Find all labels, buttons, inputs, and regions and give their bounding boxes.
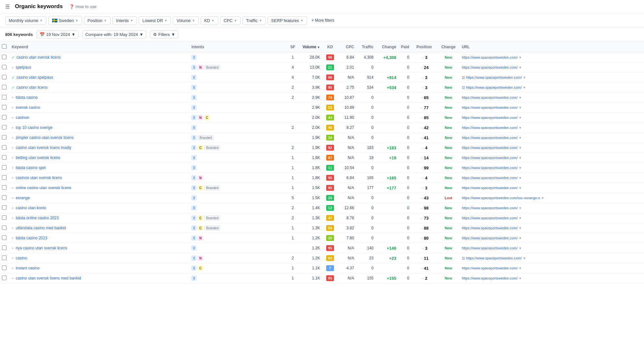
keyword-link[interactable]: casinon utan svensk licens [16, 176, 62, 180]
keyword-link[interactable]: betting utan svensk licens [16, 155, 60, 160]
row-checkbox[interactable] [2, 155, 6, 160]
keyword-header[interactable]: Keyword [10, 41, 189, 52]
traffic-filter[interactable]: Traffic ▼ [243, 16, 266, 25]
url-link[interactable]: https://www.spaceportsweden.com/ [462, 236, 518, 240]
volume-filter[interactable]: Volume ▼ [173, 16, 198, 25]
more-filters[interactable]: + More filters [309, 17, 337, 24]
url-link[interactable]: https://www.spaceportsweden.com/ [466, 75, 522, 79]
url-link[interactable]: https://www.spaceportsweden.com/ [462, 206, 518, 210]
date-button[interactable]: 📅 19 Nov 2024 ▼ [37, 30, 78, 39]
keyword-link[interactable]: spelpaus [16, 65, 31, 70]
row-checkbox[interactable] [2, 245, 6, 250]
country-filter[interactable]: 🇸🇪 Sweden ▼ [48, 16, 82, 25]
url-link[interactable]: https://www.spaceportsweden.com/ [466, 256, 522, 260]
url-link[interactable]: https://www.spaceportsweden.com/ [462, 216, 518, 220]
select-all-checkbox[interactable] [2, 44, 6, 49]
row-checkbox[interactable] [2, 256, 6, 260]
row-checkbox[interactable] [2, 75, 6, 79]
keyword-link[interactable]: instant casino [16, 266, 39, 270]
row-checkbox[interactable] [2, 145, 6, 150]
row-checkbox[interactable] [2, 55, 6, 59]
row-checkbox[interactable] [2, 225, 6, 230]
monthly-volume-filter[interactable]: Monthly volume ▼ [5, 16, 46, 25]
url-link[interactable]: https://www.spaceportsweden.com/ [462, 246, 518, 250]
row-checkbox[interactable] [2, 205, 6, 210]
sf-cell: 2 [286, 83, 299, 93]
row-checkbox[interactable] [2, 195, 6, 200]
kd-filter[interactable]: KD ▼ [201, 16, 218, 25]
keyword-link[interactable]: utländska casino med bankid [16, 226, 66, 230]
row-checkbox[interactable] [2, 105, 6, 109]
url-link[interactable]: https://www.spaceportsweden.com/ [462, 156, 518, 160]
url-link[interactable]: https://www.spaceportsweden.com/ [462, 126, 518, 130]
keyword-link[interactable]: zimpler casino utan svensk licens [16, 135, 73, 140]
keyword-link[interactable]: casino utan svensk licens med bankid [16, 276, 81, 280]
keyword-link[interactable]: bästa casino 2023 [16, 236, 47, 240]
change-cell: +140 [376, 243, 398, 253]
serp-features-filter[interactable]: SERP features ▼ [268, 16, 307, 25]
row-checkbox[interactable] [2, 65, 6, 69]
row-checkbox[interactable] [2, 215, 6, 220]
traffic-header[interactable]: Traffic [356, 41, 376, 52]
intent-group: I [191, 105, 284, 110]
keyword-link[interactable]: casino utan licens [17, 85, 47, 90]
intents-filter[interactable]: Intents ▼ [113, 16, 137, 25]
row-checkbox[interactable] [2, 115, 6, 119]
row-checkbox[interactable] [2, 165, 6, 170]
keyword-link[interactable]: casino. [16, 256, 28, 260]
row-checkbox[interactable] [2, 135, 6, 140]
url-link[interactable]: https://www.spaceportsweden.com/ [466, 85, 522, 89]
url-caret-icon: ▼ [519, 126, 522, 130]
row-checkbox[interactable] [2, 276, 6, 280]
row-checkbox[interactable] [2, 175, 6, 180]
keyword-link[interactable]: nya casino utan svensk licens [16, 246, 67, 250]
keyword-link[interactable]: casino utan svensk licens [17, 55, 61, 60]
volume-header[interactable]: Volume [299, 41, 322, 52]
cpc-filter[interactable]: CPC ▼ [220, 16, 241, 25]
cpc-header[interactable]: CPC [338, 41, 356, 52]
position-filter[interactable]: Position ▼ [84, 16, 111, 25]
status-badge: New [445, 156, 452, 160]
intent-group: ICBranded [191, 185, 284, 190]
compare-button[interactable]: Compare with: 19 May 2024 ▼ [82, 30, 146, 39]
filters-button[interactable]: ⚙ Filters ▼ [150, 30, 178, 39]
menu-icon[interactable]: ☰ [5, 4, 10, 10]
url-link[interactable]: https://www.spaceportsweden.com/ [462, 136, 518, 140]
url-link[interactable]: https://www.spaceportsweden.com/ [462, 226, 518, 230]
url-link[interactable]: https://www.spaceportsweden.com/ [462, 146, 518, 150]
url-cell: https://www.spaceportsweden.com/ ▼ [460, 243, 644, 253]
row-checkbox[interactable] [2, 95, 6, 99]
keyword-link[interactable]: esrange [16, 196, 30, 200]
row-checkbox[interactable] [2, 185, 6, 190]
volume-cell: 1.1K [299, 263, 322, 273]
url-link[interactable]: https://www.spaceportsweden.com/ [462, 176, 518, 180]
url-link[interactable]: https://www.spaceportsweden.com/ [462, 166, 518, 170]
url-link[interactable]: https://www.spaceportsweden.com/ [462, 96, 518, 99]
select-all-header[interactable] [0, 41, 10, 52]
help-link[interactable]: ❓ How to use [69, 4, 96, 9]
position-header[interactable]: Position [411, 41, 437, 52]
url-link[interactable]: https://www.spaceportsweden.com/ssc-esra… [462, 196, 540, 200]
url-link[interactable]: https://www.spaceportsweden.com/ [462, 276, 518, 280]
keyword-link[interactable]: svensk casino [16, 105, 40, 110]
url-link[interactable]: https://www.spaceportsweden.com/ [462, 106, 518, 109]
keyword-link[interactable]: top 10 casino sverige [16, 125, 52, 130]
url-link[interactable]: https://www.spaceportsweden.com/ [462, 116, 518, 119]
lowest-dr-filter[interactable]: Lowest DR ▼ [139, 16, 171, 25]
url-link[interactable]: https://www.spaceportsweden.com/ [462, 186, 518, 190]
keyword-link[interactable]: bästa casino [16, 95, 37, 100]
keyword-link[interactable]: bästa online casino 2023 [16, 216, 59, 220]
keyword-link[interactable]: casino utan konto [16, 206, 46, 210]
keyword-link[interactable]: bästa casino spel [16, 165, 46, 170]
url-link[interactable]: https://www.spaceportsweden.com/ [462, 266, 518, 270]
keyword-link[interactable]: casino utan svensk licens trustly [16, 145, 71, 150]
row-checkbox[interactable] [2, 125, 6, 130]
row-checkbox[interactable] [2, 235, 6, 240]
keyword-link[interactable]: casino utan spelpaus [17, 75, 53, 80]
row-checkbox[interactable] [2, 266, 6, 270]
row-checkbox[interactable] [2, 85, 6, 89]
keyword-link[interactable]: online casino utan svensk licens [16, 186, 71, 190]
url-link[interactable]: https://www.spaceportsweden.com/ [462, 55, 518, 59]
url-link[interactable]: https://www.spaceportsweden.com/ [462, 65, 518, 69]
keyword-link[interactable]: casinon [16, 115, 29, 120]
